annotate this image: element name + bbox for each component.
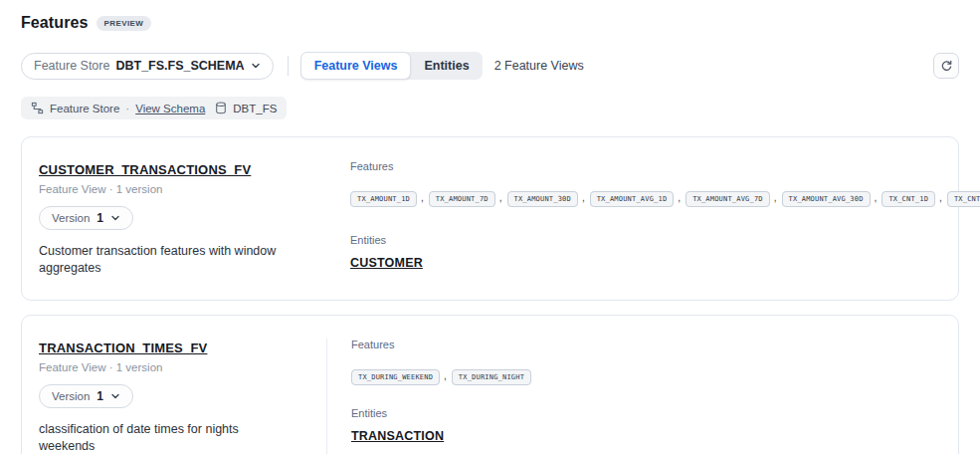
- toolbar: Feature Store DBT_FS.FS_SCHEMA Feature V…: [21, 52, 959, 80]
- feature-chip-group: TX_AMOUNT_AVG_1D,: [590, 187, 681, 204]
- refresh-button[interactable]: [933, 53, 959, 79]
- feature-chip[interactable]: TX_AMOUNT_7D: [429, 191, 495, 207]
- feature-store-icon: [31, 102, 44, 114]
- feature-view-meta: Feature View · 1 version: [39, 361, 306, 373]
- feature-store-selector-value: DBT_FS.FS_SCHEMA: [115, 59, 244, 73]
- tab-feature-views[interactable]: Feature Views: [300, 52, 412, 80]
- entities-section-label: Entities: [351, 407, 942, 419]
- entity-list: CUSTOMER: [350, 253, 955, 271]
- tab-entities[interactable]: Entities: [411, 52, 482, 80]
- entity-list: TRANSACTION: [351, 426, 942, 444]
- version-value: 1: [97, 211, 103, 225]
- feature-chip-group: TX_DURING_NIGHT: [452, 365, 531, 382]
- chip-separator: ,: [678, 192, 681, 203]
- page-header: Features PREVIEW: [21, 14, 959, 32]
- feature-chip[interactable]: TX_DURING_NIGHT: [452, 369, 531, 385]
- view-tabs: Feature Views Entities: [300, 52, 483, 80]
- entity-link[interactable]: TRANSACTION: [351, 429, 444, 443]
- feature-view-card: CUSTOMER_TRANSACTIONS_FV Feature View · …: [21, 136, 959, 301]
- feature-chip-group: TX_CNT_7D,: [947, 187, 980, 204]
- feature-view-details: Features TX_AMOUNT_1D,TX_AMOUNT_7D,TX_AM…: [326, 160, 971, 277]
- feature-chip[interactable]: TX_DURING_WEEKEND: [351, 369, 440, 385]
- feature-chip-group: TX_AMOUNT_1D,: [350, 187, 424, 204]
- chip-separator: ,: [774, 192, 777, 203]
- version-value: 1: [97, 389, 103, 403]
- breadcrumb-row: Feature Store · View Schema DBT_FS: [21, 97, 959, 119]
- chip-separator: ,: [499, 192, 502, 203]
- feature-chip[interactable]: TX_AMOUNT_AVG_1D: [590, 191, 675, 207]
- feature-view-title-link[interactable]: CUSTOMER_TRANSACTIONS_FV: [39, 162, 251, 177]
- feature-view-description: classification of date times for nights …: [39, 421, 295, 454]
- feature-chip[interactable]: TX_AMOUNT_30D: [507, 191, 578, 207]
- page-title: Features: [21, 14, 89, 32]
- database-icon: [215, 102, 227, 114]
- feature-view-meta: Feature View · 1 version: [39, 183, 306, 195]
- chevron-down-icon: [110, 213, 120, 223]
- feature-view-list: CUSTOMER_TRANSACTIONS_FV Feature View · …: [21, 136, 959, 454]
- feature-chip[interactable]: TX_AMOUNT_1D: [350, 191, 417, 207]
- features-page: Features PREVIEW Feature Store DBT_FS.FS…: [0, 0, 980, 454]
- feature-chip-group: TX_AMOUNT_AVG_30D,: [782, 187, 878, 204]
- chevron-down-icon: [110, 391, 120, 401]
- feature-view-card: TRANSACTION_TIMES_FV Feature View · 1 ve…: [21, 315, 959, 454]
- breadcrumb: Feature Store · View Schema DBT_FS: [21, 97, 287, 119]
- feature-views-count: 2 Feature Views: [494, 59, 584, 73]
- version-label: Version: [52, 212, 90, 224]
- feature-chip[interactable]: TX_AMOUNT_AVG_7D: [686, 191, 770, 207]
- feature-view-title-link[interactable]: TRANSACTION_TIMES_FV: [39, 340, 207, 355]
- chip-separator: ,: [582, 192, 585, 203]
- feature-chip-list: TX_AMOUNT_1D,TX_AMOUNT_7D,TX_AMOUNT_30D,…: [350, 179, 955, 213]
- chip-separator: ,: [939, 192, 942, 203]
- feature-chip-group: TX_AMOUNT_7D,: [429, 187, 502, 204]
- features-section-label: Features: [351, 339, 942, 350]
- toolbar-divider: [288, 56, 289, 76]
- feature-view-summary: CUSTOMER_TRANSACTIONS_FV Feature View · …: [22, 160, 326, 277]
- chevron-down-icon: [251, 61, 261, 71]
- feature-chip-list: TX_DURING_WEEKEND,TX_DURING_NIGHT: [351, 357, 942, 391]
- breadcrumb-store-label: Feature Store: [50, 103, 119, 114]
- chip-separator: ,: [875, 192, 878, 203]
- version-label: Version: [52, 390, 90, 402]
- feature-store-selector-label: Feature Store: [34, 59, 109, 73]
- entity-link[interactable]: CUSTOMER: [350, 256, 423, 270]
- feature-store-selector[interactable]: Feature Store DBT_FS.FS_SCHEMA: [21, 53, 274, 80]
- refresh-icon: [940, 60, 953, 73]
- feature-view-description: Customer transaction features with windo…: [39, 243, 295, 277]
- feature-chip-group: TX_DURING_WEEKEND,: [351, 365, 447, 382]
- features-section-label: Features: [350, 160, 955, 172]
- feature-chip-group: TX_AMOUNT_30D,: [507, 187, 585, 204]
- view-schema-link[interactable]: View Schema: [135, 103, 205, 114]
- feature-chip[interactable]: TX_AMOUNT_AVG_30D: [782, 191, 871, 207]
- feature-chip[interactable]: TX_CNT_1D: [882, 191, 935, 207]
- feature-view-summary: TRANSACTION_TIMES_FV Feature View · 1 ve…: [22, 339, 326, 454]
- breadcrumb-database-name: DBT_FS: [233, 103, 277, 114]
- feature-chip-group: TX_AMOUNT_AVG_7D,: [686, 187, 776, 204]
- breadcrumb-separator: ·: [125, 103, 129, 114]
- chip-separator: ,: [444, 370, 447, 381]
- feature-view-details: Features TX_DURING_WEEKEND,TX_DURING_NIG…: [327, 339, 958, 454]
- entities-section-label: Entities: [350, 234, 955, 246]
- version-selector[interactable]: Version 1: [39, 206, 133, 230]
- preview-badge: PREVIEW: [97, 16, 152, 31]
- feature-chip-group: TX_CNT_1D,: [882, 187, 942, 204]
- chip-separator: ,: [421, 192, 424, 203]
- version-selector[interactable]: Version 1: [39, 384, 133, 408]
- feature-chip[interactable]: TX_CNT_7D: [947, 191, 980, 207]
